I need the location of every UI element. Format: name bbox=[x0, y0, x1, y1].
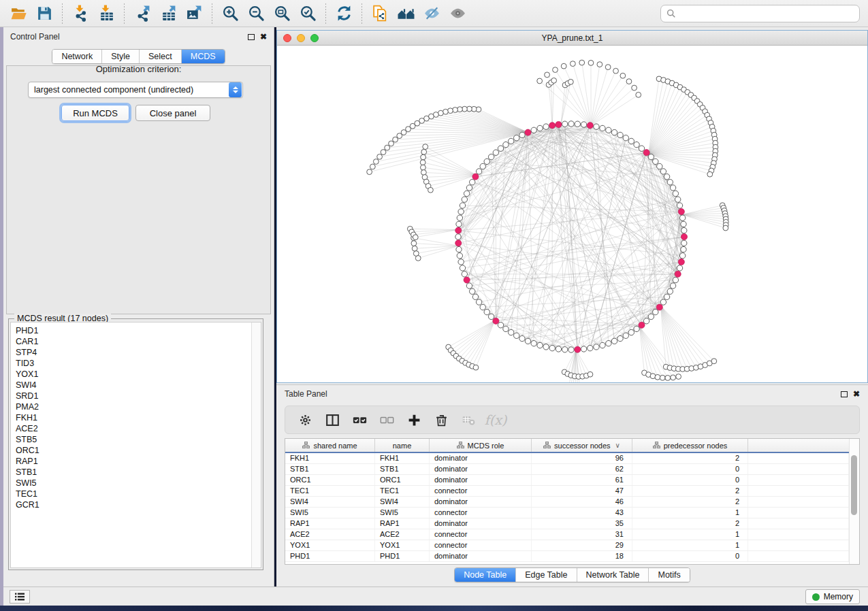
cell-successor-nodes[interactable]: 29 bbox=[532, 540, 632, 550]
search-box[interactable] bbox=[660, 5, 860, 22]
mcds-result-item[interactable]: STP4 bbox=[16, 347, 251, 358]
mcds-result-item[interactable]: GCR1 bbox=[16, 499, 251, 510]
mcds-result-item[interactable]: YOX1 bbox=[16, 369, 251, 380]
column-header-successor-nodes[interactable]: successor nodes∨ bbox=[532, 439, 632, 452]
delete-columns-icon[interactable] bbox=[431, 410, 451, 430]
cell-MCDS-role[interactable]: dominator bbox=[430, 475, 532, 485]
cell-name[interactable]: FKH1 bbox=[375, 453, 430, 463]
cell-MCDS-role[interactable]: dominator bbox=[430, 551, 532, 561]
criterion-dropdown[interactable]: largest connected component (undirected) bbox=[28, 82, 243, 98]
mcds-result-item[interactable]: TEC1 bbox=[16, 489, 251, 499]
table-row-PHD1[interactable]: PHD1PHD1dominator180 bbox=[285, 551, 849, 562]
cell-shared-name[interactable]: ACE2 bbox=[285, 529, 375, 540]
mcds-result-item[interactable]: ACE2 bbox=[16, 423, 251, 434]
cell-MCDS-role[interactable]: connector bbox=[430, 540, 532, 550]
cell-predecessor-nodes[interactable]: 0 bbox=[632, 475, 748, 485]
float-table-panel-icon[interactable] bbox=[841, 391, 848, 397]
cell-successor-nodes[interactable]: 61 bbox=[532, 475, 632, 485]
table-options-gear-icon[interactable] bbox=[295, 410, 315, 430]
table-row-ACE2[interactable]: ACE2ACE2connector311 bbox=[285, 529, 849, 540]
cell-successor-nodes[interactable]: 62 bbox=[532, 464, 632, 474]
cell-MCDS-role[interactable]: connector bbox=[430, 529, 532, 540]
home-layout-icon[interactable] bbox=[394, 3, 417, 24]
zoom-in-icon[interactable] bbox=[219, 3, 242, 24]
cell-shared-name[interactable]: PHD1 bbox=[285, 551, 375, 561]
cell-predecessor-nodes[interactable]: 1 bbox=[632, 540, 748, 550]
tab-style[interactable]: Style bbox=[102, 50, 140, 63]
cell-MCDS-role[interactable]: connector bbox=[430, 486, 532, 496]
cell-name[interactable]: ORC1 bbox=[375, 475, 430, 485]
export-image-icon[interactable] bbox=[182, 3, 206, 24]
import-table-icon[interactable] bbox=[95, 3, 118, 24]
mcds-result-item[interactable]: STB1 bbox=[16, 467, 251, 478]
table-scrollbar[interactable] bbox=[849, 439, 859, 564]
cell-shared-name[interactable]: ORC1 bbox=[285, 475, 375, 485]
cell-predecessor-nodes[interactable]: 2 bbox=[632, 453, 748, 463]
mcds-result-item[interactable]: CAR1 bbox=[16, 336, 251, 347]
table-row-RAP1[interactable]: RAP1RAP1dominator352 bbox=[285, 518, 849, 529]
table-row-FKH1[interactable]: FKH1FKH1dominator962 bbox=[285, 453, 849, 464]
mcds-result-item[interactable]: PMA2 bbox=[16, 401, 251, 412]
cell-predecessor-nodes[interactable]: 2 bbox=[632, 518, 748, 529]
table-row-ORC1[interactable]: ORC1ORC1dominator610 bbox=[285, 475, 849, 486]
cell-successor-nodes[interactable]: 96 bbox=[532, 453, 632, 463]
column-header-name[interactable]: name bbox=[375, 439, 430, 452]
mcds-result-item[interactable]: STB5 bbox=[16, 434, 251, 445]
cell-predecessor-nodes[interactable]: 2 bbox=[632, 497, 748, 507]
table-row-YOX1[interactable]: YOX1YOX1connector291 bbox=[285, 540, 849, 551]
mcds-result-item[interactable]: FKH1 bbox=[16, 412, 251, 423]
close-table-panel-icon[interactable]: ✖ bbox=[853, 391, 860, 397]
cell-predecessor-nodes[interactable]: 0 bbox=[632, 551, 748, 561]
export-table-icon[interactable] bbox=[157, 3, 180, 24]
cell-successor-nodes[interactable]: 46 bbox=[532, 497, 632, 507]
show-all-icon[interactable] bbox=[446, 3, 469, 24]
network-graph[interactable] bbox=[277, 46, 867, 382]
network-canvas[interactable] bbox=[277, 46, 867, 382]
export-network-icon[interactable] bbox=[131, 3, 154, 24]
table-scrollbar-thumb[interactable] bbox=[851, 455, 857, 515]
float-panel-icon[interactable] bbox=[248, 34, 255, 40]
cell-shared-name[interactable]: TEC1 bbox=[285, 486, 375, 496]
cell-MCDS-role[interactable]: dominator bbox=[430, 518, 532, 529]
cell-successor-nodes[interactable]: 35 bbox=[532, 518, 632, 529]
cell-name[interactable]: SWI5 bbox=[375, 508, 430, 518]
table-row-STB1[interactable]: STB1STB1dominator620 bbox=[285, 464, 849, 475]
tab-select[interactable]: Select bbox=[140, 50, 182, 63]
column-header-MCDS-role[interactable]: MCDS role bbox=[430, 439, 532, 452]
refresh-view-icon[interactable] bbox=[332, 3, 355, 24]
cell-name[interactable]: ACE2 bbox=[375, 529, 430, 540]
show-columns-icon[interactable] bbox=[322, 410, 342, 430]
cell-shared-name[interactable]: YOX1 bbox=[285, 540, 375, 550]
cell-successor-nodes[interactable]: 47 bbox=[532, 486, 632, 496]
cell-successor-nodes[interactable]: 31 bbox=[532, 529, 632, 540]
cell-MCDS-role[interactable]: dominator bbox=[430, 453, 532, 463]
cell-name[interactable]: STB1 bbox=[375, 464, 430, 474]
close-panel-button[interactable]: Close panel bbox=[135, 105, 210, 121]
cell-MCDS-role[interactable]: connector bbox=[430, 508, 532, 518]
cell-successor-nodes[interactable]: 43 bbox=[532, 508, 632, 518]
run-mcds-button[interactable]: Run MCDS bbox=[61, 105, 129, 121]
cell-shared-name[interactable]: SWI4 bbox=[285, 497, 375, 507]
network-window-titlebar[interactable]: YPA_prune.txt_1 bbox=[277, 31, 867, 46]
memory-button[interactable]: Memory bbox=[805, 589, 860, 604]
tab-network-table[interactable]: Network Table bbox=[577, 568, 649, 582]
cell-MCDS-role[interactable]: dominator bbox=[430, 464, 532, 474]
cell-shared-name[interactable]: FKH1 bbox=[285, 453, 375, 463]
tab-network[interactable]: Network bbox=[52, 50, 102, 63]
add-column-icon[interactable] bbox=[404, 410, 424, 430]
table-row-SWI4[interactable]: SWI4SWI4dominator462 bbox=[285, 497, 849, 508]
mcds-result-item[interactable]: SWI4 bbox=[16, 380, 251, 391]
column-header-shared-name[interactable]: shared name bbox=[285, 439, 375, 452]
cell-name[interactable]: SWI4 bbox=[375, 497, 430, 507]
tab-edge-table[interactable]: Edge Table bbox=[516, 568, 577, 582]
select-all-columns-icon[interactable] bbox=[349, 410, 370, 430]
tab-node-table[interactable]: Node Table bbox=[455, 568, 516, 582]
hide-selected-icon[interactable] bbox=[420, 3, 443, 24]
tab-mcds[interactable]: MCDS bbox=[182, 50, 225, 63]
tab-motifs[interactable]: Motifs bbox=[649, 568, 689, 582]
mcds-result-item[interactable]: ORC1 bbox=[16, 445, 251, 456]
cell-predecessor-nodes[interactable]: 1 bbox=[632, 529, 748, 540]
column-header-predecessor-nodes[interactable]: predecessor nodes bbox=[632, 439, 748, 452]
unselect-all-columns-icon[interactable] bbox=[376, 410, 397, 430]
network-list-toggle-button[interactable] bbox=[10, 590, 30, 604]
